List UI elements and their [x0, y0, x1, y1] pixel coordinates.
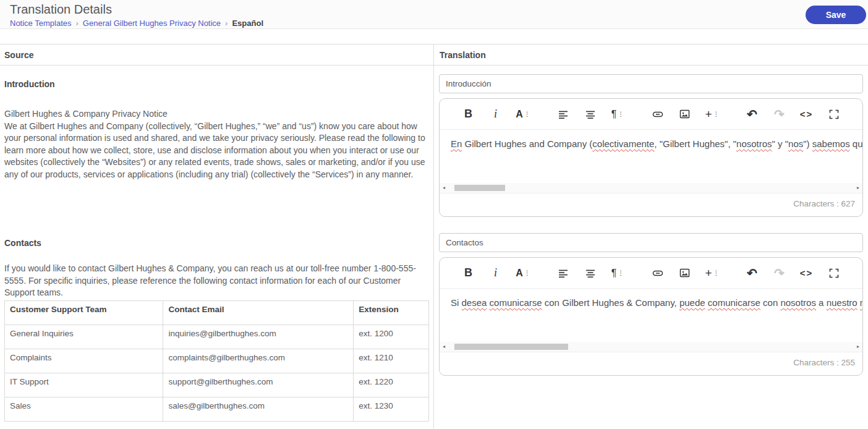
breadcrumb-separator-icon: ›: [71, 19, 82, 28]
insert-link-icon[interactable]: [650, 265, 665, 281]
save-button[interactable]: Save: [806, 6, 866, 24]
table-row: Salessales@gilberthughes.comext. 1230: [5, 397, 429, 421]
breadcrumb: Notice Templates›General Gilbert Hughes …: [10, 19, 868, 28]
redo-icon[interactable]: ↷: [772, 106, 787, 122]
content-columns: Source Introduction Gilbert Hughes & Com…: [0, 44, 868, 428]
toolbar-group: ¶⋮: [555, 265, 625, 281]
rich-text-editor: BiA⋮¶⋮+⋮↶↷<> En Gilbert Hughes and Compa…: [439, 98, 863, 217]
misspelled-word: nos: [788, 138, 803, 149]
editor-text: "): [803, 138, 812, 149]
scroll-right-arrow-icon[interactable]: ▸: [854, 183, 862, 193]
bold-icon[interactable]: B: [461, 106, 476, 122]
align-left-icon[interactable]: [555, 265, 571, 281]
breadcrumb-current: Español: [232, 19, 263, 28]
table-header-extension: Extension: [354, 300, 429, 325]
toolbar-group: ¶⋮: [555, 106, 625, 122]
code-view-icon[interactable]: <>: [799, 106, 814, 122]
editor-text: " y ": [772, 138, 788, 149]
source-paragraph: We at Gilbert Hughes and Company (collec…: [4, 121, 428, 181]
align-center-icon[interactable]: [582, 265, 598, 281]
translation-editor-block: BiA⋮¶⋮+⋮↶↷<> Si desea comunicarse con Gi…: [434, 233, 868, 376]
source-heading: Source: [0, 45, 433, 66]
editor-horizontal-scrollbar[interactable]: ◂ ▸: [440, 342, 862, 352]
italic-icon[interactable]: i: [488, 106, 503, 122]
scrollbar-track[interactable]: [448, 183, 854, 193]
insert-link-icon[interactable]: [650, 106, 665, 122]
contacts-table: Customer Support Team Contact Email Exte…: [4, 300, 429, 422]
table-cell: Complaints: [5, 349, 163, 373]
scrollbar-thumb[interactable]: [454, 185, 505, 191]
more-options-icon[interactable]: +⋮: [704, 106, 720, 122]
undo-icon[interactable]: ↶: [744, 106, 760, 122]
source-panel: Source Introduction Gilbert Hughes & Com…: [0, 45, 434, 428]
table-cell: ext. 1210: [354, 349, 429, 373]
table-cell: support@gilberthughes.com: [163, 373, 354, 397]
table-row: Complaintscomplaints@gilberthughes.comex…: [5, 349, 429, 373]
scrollbar-thumb[interactable]: [454, 344, 568, 350]
scroll-left-arrow-icon[interactable]: ◂: [440, 183, 448, 193]
editor-text: con: [760, 297, 781, 308]
table-cell: ext. 1200: [354, 325, 429, 349]
align-center-icon[interactable]: [582, 106, 598, 122]
font-settings-icon[interactable]: A⋮: [515, 106, 530, 122]
toolbar-group: +⋮: [650, 265, 720, 281]
redo-icon[interactable]: ↷: [772, 265, 787, 281]
scroll-left-arrow-icon[interactable]: ◂: [440, 342, 448, 352]
align-left-icon[interactable]: [555, 106, 571, 122]
paragraph-format-icon[interactable]: ¶⋮: [610, 265, 625, 281]
table-cell: inquiries@gilberthughes.com: [163, 325, 354, 349]
toolbar-group: +⋮: [650, 106, 720, 122]
rich-text-editor: BiA⋮¶⋮+⋮↶↷<> Si desea comunicarse con Gi…: [439, 257, 863, 376]
translation-title-input[interactable]: [439, 74, 863, 93]
table-cell: Sales: [5, 397, 163, 421]
misspelled-word: comunicarse: [490, 297, 542, 308]
editor-text: que le: [850, 138, 862, 149]
fullscreen-icon[interactable]: [826, 106, 841, 122]
source-section-introduction: Introduction Gilbert Hughes & Company Pr…: [0, 66, 433, 224]
character-count: Characters : 627: [440, 193, 862, 216]
table-header-row: Customer Support Team Contact Email Exte…: [5, 300, 429, 325]
editor-text: Gilbert Hughes and Company (: [462, 138, 592, 149]
editor-toolbar: BiA⋮¶⋮+⋮↶↷<>: [440, 258, 862, 289]
undo-icon[interactable]: ↶: [744, 265, 760, 281]
toolbar-group: ↶↷<>: [744, 265, 841, 281]
source-paragraph: Gilbert Hughes & Company Privacy Notice: [4, 108, 428, 121]
bold-icon[interactable]: B: [461, 265, 476, 281]
misspelled-word: nuestro: [827, 297, 857, 308]
misspelled-word: comunicarse: [708, 297, 760, 308]
editor-text: a: [816, 297, 827, 308]
table-row: IT Supportsupport@gilberthughes.comext. …: [5, 373, 429, 397]
misspelled-word: En: [451, 138, 462, 149]
paragraph-format-icon[interactable]: ¶⋮: [610, 106, 625, 122]
character-count: Characters : 255: [440, 352, 862, 375]
breadcrumb-notice-name[interactable]: General Gilbert Hughes Privacy Notice: [83, 19, 221, 28]
editor-text: Si: [451, 297, 462, 308]
table-cell: IT Support: [5, 373, 163, 397]
scrollbar-track[interactable]: [448, 342, 854, 352]
more-options-icon[interactable]: +⋮: [704, 265, 720, 281]
table-cell: ext. 1230: [354, 397, 429, 421]
italic-icon[interactable]: i: [488, 265, 503, 281]
editor-content[interactable]: Si desea comunicarse con Gilbert Hughes …: [440, 289, 862, 342]
scroll-right-arrow-icon[interactable]: ▸: [854, 342, 862, 352]
code-view-icon[interactable]: <>: [799, 265, 814, 281]
source-paragraph: If you would like to contact Gilbert Hug…: [4, 263, 428, 299]
misspelled-word: puede: [679, 297, 705, 308]
table-cell: complaints@gilberthughes.com: [163, 349, 354, 373]
insert-image-icon[interactable]: [677, 106, 692, 122]
table-cell: sales@gilberthughes.com: [163, 397, 354, 421]
translation-heading: Translation: [434, 45, 868, 66]
editor-content[interactable]: En Gilbert Hughes and Company (colectiva…: [440, 130, 862, 183]
table-header-email: Contact Email: [163, 300, 354, 325]
table-header-team: Customer Support Team: [5, 300, 163, 325]
translation-title-input[interactable]: [439, 233, 863, 252]
editor-toolbar: BiA⋮¶⋮+⋮↶↷<>: [440, 99, 862, 130]
page-title: Translation Details: [10, 2, 868, 17]
source-section-contacts: Contacts If you would like to contact Gi…: [0, 224, 433, 422]
editor-horizontal-scrollbar[interactable]: ◂ ▸: [440, 183, 862, 193]
breadcrumb-notice-templates[interactable]: Notice Templates: [10, 19, 71, 28]
source-section-title: Introduction: [4, 79, 428, 89]
fullscreen-icon[interactable]: [826, 265, 841, 281]
insert-image-icon[interactable]: [677, 265, 692, 281]
font-settings-icon[interactable]: A⋮: [515, 265, 530, 281]
